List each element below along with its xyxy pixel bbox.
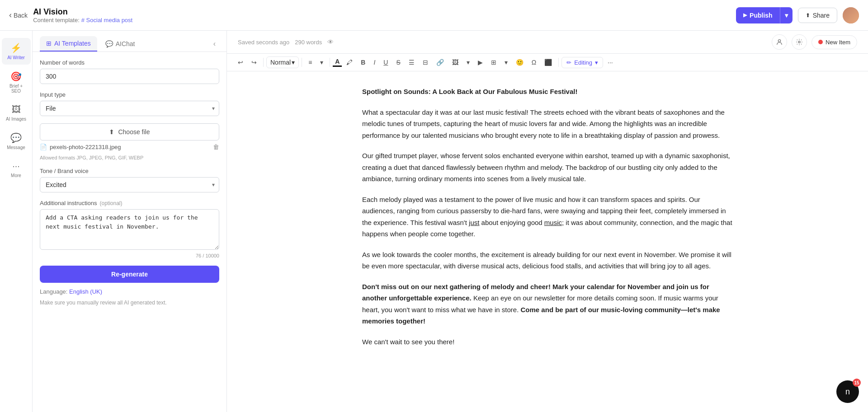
sidebar-item-label: Message xyxy=(7,145,25,150)
sidebar-item-label: AI Images xyxy=(6,117,26,122)
file-item-left: 📄 pexels-photo-2221318.jpeg xyxy=(40,144,121,150)
tab-aichat[interactable]: 💬 AIChat xyxy=(99,36,142,52)
numbered-list-button[interactable]: ⊟ xyxy=(419,56,432,68)
strikethrough-button[interactable]: S xyxy=(392,56,404,68)
editor-para-3: Each melody played was a testament to th… xyxy=(362,194,733,240)
back-label: Back xyxy=(14,12,28,19)
word-count-group: Number of words xyxy=(40,59,219,84)
word-count-display: 290 words xyxy=(295,39,322,46)
image-button[interactable]: 🖼 xyxy=(448,56,462,68)
svg-point-0 xyxy=(778,40,780,42)
file-formats-text: Allowed formats JPG, JPEG, PNG, GIF, WEB… xyxy=(40,155,219,160)
sidebar-item-ai-images[interactable]: 🖼 AI Images xyxy=(2,100,31,126)
editor-para-2: Our gifted trumpet player, whose fervent… xyxy=(362,150,733,185)
chat-widget-icon: n xyxy=(845,387,850,397)
sidebar-item-message[interactable]: 💬 Message xyxy=(2,128,31,154)
language-row: Language: English (UK) xyxy=(40,288,219,295)
choose-file-button[interactable]: ⬆ Choose file xyxy=(40,123,219,140)
header-left: Back AI Vision Content template: Social … xyxy=(9,7,132,23)
header-title-block: AI Vision Content template: Social media… xyxy=(33,7,132,23)
underline-button[interactable]: U xyxy=(380,56,392,68)
redo-button[interactable]: ↪ xyxy=(248,56,260,68)
sidebar-item-brief-seo[interactable]: 🎯 Brief + SEO xyxy=(2,66,31,98)
editor-para-6: We can't wait to see you there! xyxy=(362,336,733,348)
file-icon: 📄 xyxy=(40,144,47,150)
disclaimer-text: Make sure you manually review all AI gen… xyxy=(40,299,219,307)
back-button[interactable]: Back xyxy=(9,10,28,20)
upload-icon: ⬆ xyxy=(109,128,114,136)
toolbar-divider-2 xyxy=(302,58,302,67)
tone-group: Tone / Brand voice Excited Formal Casual… xyxy=(40,168,219,192)
additional-instructions-textarea[interactable]: Add a CTA asking readers to join us for … xyxy=(40,209,219,250)
file-item: 📄 pexels-photo-2221318.jpeg 🗑 xyxy=(40,140,219,153)
link-button[interactable]: 🔗 xyxy=(433,56,448,68)
tab-ai-templates[interactable]: ⊞ AI Templates xyxy=(40,36,97,52)
editor-content[interactable]: Spotlight on Sounds: A Look Back at Our … xyxy=(344,71,751,412)
language-link[interactable]: English (UK) xyxy=(69,288,102,295)
chat-widget[interactable]: 15 n xyxy=(836,380,859,403)
text-color-button[interactable]: A xyxy=(333,58,342,67)
highlight-button[interactable]: 🖍 xyxy=(343,56,356,68)
share-button[interactable]: Share xyxy=(798,8,837,23)
header-right: Publish Share xyxy=(736,7,859,23)
sidebar-item-more[interactable]: ··· More xyxy=(2,156,31,183)
left-panel-content: Number of words Input type File Text URL… xyxy=(33,52,226,412)
toolbar-divider-3 xyxy=(330,58,330,67)
play-button[interactable]: ▶ xyxy=(474,56,486,68)
page-title: AI Vision xyxy=(33,7,132,17)
left-panel: ⊞ AI Templates 💬 AIChat ‹ Number of word… xyxy=(33,31,227,412)
input-type-select[interactable]: File Text URL xyxy=(40,101,219,116)
undo-button[interactable]: ↩ xyxy=(234,56,247,68)
input-type-select-wrapper: File Text URL ▾ xyxy=(40,101,219,116)
new-item-label: New Item xyxy=(826,39,850,46)
left-panel-tabs: ⊞ AI Templates 💬 AIChat ‹ xyxy=(33,31,226,52)
subscript-button[interactable]: ⬛ xyxy=(541,56,556,68)
svg-point-1 xyxy=(798,41,800,43)
emoji-button[interactable]: 🙂 xyxy=(512,56,527,68)
avatar[interactable] xyxy=(843,7,859,23)
publish-button[interactable]: Publish xyxy=(736,7,793,23)
italic-button[interactable]: I xyxy=(370,56,379,68)
editor-para-4: As we look towards the cooler months, th… xyxy=(362,249,733,272)
bold-button[interactable]: B xyxy=(357,56,369,68)
more-toolbar-button[interactable]: ··· xyxy=(604,56,617,68)
regenerate-button[interactable]: Re-generate xyxy=(40,266,219,283)
word-count-label: Number of words xyxy=(40,59,219,66)
new-item-button[interactable]: New Item xyxy=(811,35,857,49)
tone-select-wrapper: Excited Formal Casual Professional Frien… xyxy=(40,177,219,192)
word-count-input[interactable] xyxy=(40,69,219,84)
table-chevron-button[interactable]: ▾ xyxy=(501,56,511,68)
editing-mode-group[interactable]: ✏ Editing ▾ xyxy=(561,57,603,68)
icon-sidebar: ⚡ AI Writer 🎯 Brief + SEO 🖼 AI Images 💬 … xyxy=(0,31,33,412)
text-style-select[interactable]: Normal ▾ xyxy=(266,56,299,68)
content-template-label: Content template: xyxy=(33,17,80,23)
editor-topbar-left: Saved seconds ago 290 words 👁 xyxy=(238,38,334,46)
settings-circle-button[interactable] xyxy=(792,34,807,50)
toolbar-divider-1 xyxy=(263,58,264,67)
sidebar-item-ai-writer[interactable]: ⚡ AI Writer xyxy=(2,38,31,65)
image-icon: 🖼 xyxy=(12,104,21,115)
bullet-list-button[interactable]: ☰ xyxy=(405,56,418,68)
chat-badge: 15 xyxy=(853,379,861,387)
image-chevron-button[interactable]: ▾ xyxy=(463,56,473,68)
editing-chevron-icon: ▾ xyxy=(595,59,598,66)
tone-select[interactable]: Excited Formal Casual Professional Frien… xyxy=(40,177,219,192)
file-delete-button[interactable]: 🗑 xyxy=(213,143,219,150)
align-chevron-button[interactable]: ▾ xyxy=(316,56,327,68)
eye-icon[interactable]: 👁 xyxy=(327,38,334,46)
template-link[interactable]: Social media post xyxy=(81,17,132,23)
tab-ai-templates-label: AI Templates xyxy=(54,40,91,47)
more-icon: ··· xyxy=(12,161,20,171)
publish-chevron-icon[interactable] xyxy=(780,7,793,23)
sidebar-item-label: AI Writer xyxy=(7,55,25,60)
special-char-button[interactable]: Ω xyxy=(528,56,540,68)
language-label: Language: xyxy=(40,288,67,295)
user-circle-button[interactable] xyxy=(772,34,787,50)
tone-label: Tone / Brand voice xyxy=(40,168,219,174)
collapse-panel-button[interactable]: ‹ xyxy=(210,36,219,52)
align-button[interactable]: ≡ xyxy=(305,56,316,68)
table-button[interactable]: ⊞ xyxy=(487,56,500,68)
pencil-icon: ✏ xyxy=(566,59,571,66)
publish-label: Publish xyxy=(736,7,780,23)
sidebar-item-label: More xyxy=(11,173,21,178)
